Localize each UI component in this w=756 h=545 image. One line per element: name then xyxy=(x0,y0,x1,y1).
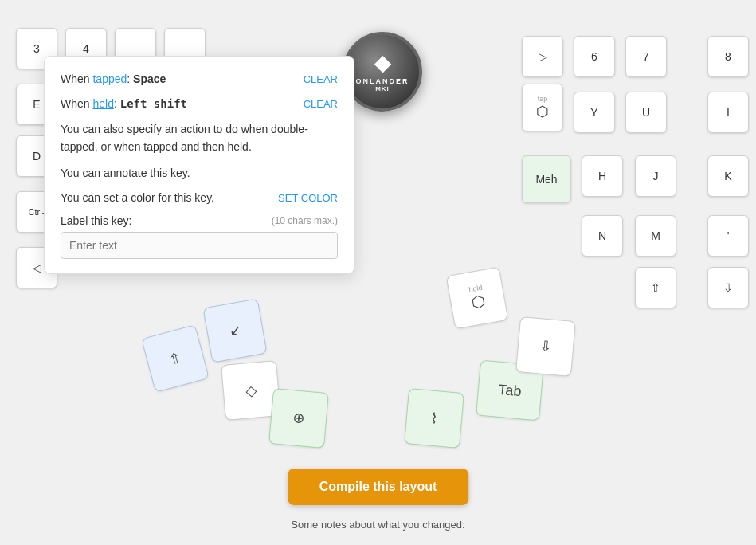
color-text: You can set a color for this key. xyxy=(61,190,268,206)
held-prefix: When xyxy=(61,97,92,110)
held-key-code: Left shift xyxy=(120,97,187,110)
notes-text: Some notes about what you changed: xyxy=(291,519,464,531)
logo-sub-text: MKI xyxy=(375,85,390,92)
logo-circle: ◆ ONLANDER MKI xyxy=(343,32,422,112)
tapped-colon: : xyxy=(127,73,133,85)
action-text3: . xyxy=(249,140,252,153)
key-u[interactable]: U xyxy=(625,92,667,133)
key-m[interactable]: M xyxy=(635,215,676,257)
tapped-text: When tapped: Space xyxy=(61,71,294,88)
tapped-link[interactable]: tapped xyxy=(92,73,127,85)
angled-key-tilde[interactable]: ⌇ xyxy=(404,388,464,449)
key-layer-tap[interactable]: tap ⬡ xyxy=(522,84,563,131)
annotate-text: You can annotate this key. xyxy=(61,164,338,182)
key-8[interactable]: 8 xyxy=(707,36,749,77)
key-shift-down[interactable]: ⇩ xyxy=(707,267,749,308)
action-text2: , or when xyxy=(95,140,143,153)
held-clear-button[interactable]: CLEAR xyxy=(304,96,338,112)
logo-main-text: ONLANDER xyxy=(356,77,409,85)
set-color-button[interactable]: SET COLOR xyxy=(278,190,338,206)
label-input[interactable] xyxy=(61,232,338,259)
tapped-key-code: Space xyxy=(133,73,166,85)
key-i[interactable]: I xyxy=(707,92,749,133)
held-link[interactable]: held xyxy=(92,97,113,110)
key-7[interactable]: 7 xyxy=(625,36,667,77)
tapped-clear-button[interactable]: CLEAR xyxy=(304,72,338,88)
annotate-prefix: You can xyxy=(61,167,104,179)
annotate-link[interactable]: annotate xyxy=(104,167,147,179)
key-k[interactable]: K xyxy=(707,155,749,197)
key-config-popup: When tapped: Space CLEAR When held: Left… xyxy=(44,56,354,274)
char-max: (10 chars max.) xyxy=(272,215,338,226)
tapped-prefix: When xyxy=(61,73,92,85)
logo-diamond-icon: ◆ xyxy=(374,51,391,76)
label-title: Label this key: xyxy=(61,214,132,227)
action-text1: You can also specify an action to do whe… xyxy=(61,123,271,135)
angled-key-circle[interactable]: ⊕ xyxy=(268,388,329,449)
held-text: When held: Left shift xyxy=(61,96,294,112)
compile-button[interactable]: Compile this layout xyxy=(288,469,469,505)
tapped-held-link[interactable]: tapped and then held xyxy=(143,140,249,153)
tap-label: tap xyxy=(538,95,548,103)
color-row: You can set a color for this key. SET CO… xyxy=(61,190,338,206)
angled-key-arrow[interactable]: ↙ xyxy=(202,298,267,363)
angled-key-down-arrow[interactable]: ⇩ xyxy=(515,316,576,377)
key-n[interactable]: N xyxy=(582,215,623,257)
key-h[interactable]: H xyxy=(582,155,623,197)
key-6[interactable]: 6 xyxy=(574,36,615,77)
layer-icon: ⬡ xyxy=(536,103,549,120)
key-arrow-right[interactable]: ▷ xyxy=(522,36,563,77)
hold-icon: ⬡ xyxy=(469,292,486,313)
held-row: When held: Left shift CLEAR xyxy=(61,96,338,112)
annotate-suffix: this key. xyxy=(147,167,190,179)
label-row: Label this key: (10 chars max.) xyxy=(61,214,338,227)
tapped-row: When tapped: Space CLEAR xyxy=(61,71,338,88)
angled-key-hold[interactable]: hold ⬡ xyxy=(446,267,509,330)
action-text: You can also specify an action to do whe… xyxy=(61,120,338,156)
key-meh[interactable]: Meh xyxy=(522,155,571,203)
key-apostrophe[interactable]: ' xyxy=(707,215,749,257)
held-colon: : xyxy=(114,97,120,110)
key-j[interactable]: J xyxy=(635,155,676,197)
key-y[interactable]: Y xyxy=(574,92,615,133)
key-shift-up[interactable]: ⇧ xyxy=(635,267,676,308)
